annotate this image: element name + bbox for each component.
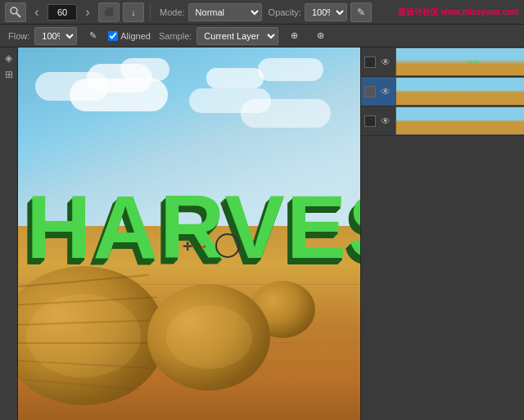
left-icon-2[interactable]: ⊞ xyxy=(2,67,16,82)
sample-select[interactable]: Current Layer xyxy=(196,27,278,45)
separator-1 xyxy=(150,4,151,20)
left-tool-panel: ◈ ⊞ xyxy=(0,47,18,420)
crosshair-icon: ✛ xyxy=(183,240,192,253)
hay-bale-right xyxy=(147,284,270,391)
clone-cursor: ✛ → xyxy=(183,233,242,260)
layer-eye-harvest[interactable]: 👁 xyxy=(379,56,392,69)
cloud-7 xyxy=(241,99,331,128)
brush-size-input[interactable]: 60 xyxy=(47,4,77,20)
layer-visibility-checkbox-bg[interactable] xyxy=(364,115,376,127)
cloud-3 xyxy=(120,58,169,81)
layers-panel: 👁 HAR Harvest_final 👁 Background copy 👁 … xyxy=(360,47,524,420)
opacity-label: Opacity: xyxy=(269,7,301,17)
main-area: ◈ ⊞ HARVEST xyxy=(0,47,524,420)
flow-label: Flow: xyxy=(8,31,29,41)
brush-size-down[interactable]: ‹ xyxy=(29,2,44,22)
layer-item-harvest-final[interactable]: 👁 HAR Harvest_final xyxy=(361,47,524,77)
arrow-icon: → xyxy=(196,239,209,254)
harvest-text: HARVEST xyxy=(26,174,360,278)
mode-select[interactable]: Normal xyxy=(188,3,262,21)
layer-eye-bg-copy[interactable]: 👁 xyxy=(379,85,392,98)
layer-item-background-copy[interactable]: 👁 Background copy xyxy=(361,77,524,106)
second-toolbar: Flow: 100% ✎ Aligned Sample: Current Lay… xyxy=(0,25,524,47)
cloud-8 xyxy=(258,58,323,81)
watermark-text: 思设计社区 www.missyuan.com xyxy=(398,7,519,18)
layer-thumbnail-harvest: HAR xyxy=(395,47,524,76)
flow-icon[interactable]: ✎ xyxy=(82,26,103,46)
layer-thumbnail-bg xyxy=(395,106,524,135)
aligned-checkbox[interactable] xyxy=(108,31,118,41)
flow-select[interactable]: 100% xyxy=(34,27,77,45)
canvas-area[interactable]: HARVEST ✛ → xyxy=(18,47,360,420)
cloud-6 xyxy=(206,68,264,88)
ignore-btn[interactable]: ⊛ xyxy=(309,26,331,46)
svg-point-0 xyxy=(11,7,17,14)
left-icon-1[interactable]: ◈ xyxy=(2,51,16,65)
sample-icon[interactable]: ⊕ xyxy=(283,26,305,46)
opacity-select[interactable]: 100% xyxy=(305,3,347,21)
layer-thumbnail-bg-copy xyxy=(395,77,524,106)
clone-stamp-tool[interactable] xyxy=(5,2,26,22)
clone-pattern-btn[interactable]: ⬛ xyxy=(98,2,120,22)
aligned-text: Aligned xyxy=(120,31,151,41)
layer-visibility-checkbox-harvest[interactable] xyxy=(364,56,376,68)
mode-label: Mode: xyxy=(160,7,185,17)
aligned-checkbox-label[interactable]: Aligned xyxy=(108,31,151,41)
airbrush-btn[interactable]: ✎ xyxy=(350,2,372,22)
layer-visibility-checkbox-bg-copy[interactable] xyxy=(364,86,376,97)
sample-label: Sample: xyxy=(159,31,192,41)
svg-line-1 xyxy=(16,13,20,17)
layer-eye-bg[interactable]: 👁 xyxy=(379,115,392,128)
top-toolbar: ‹ 60 › ⬛ ↓ Mode: Normal Opacity: 100% ✎ … xyxy=(0,0,524,25)
layer-item-background[interactable]: 👁 Background 🔒 xyxy=(361,106,524,136)
save-source-btn[interactable]: ↓ xyxy=(123,2,144,22)
cloud-4 xyxy=(35,72,109,101)
brush-cursor-circle xyxy=(215,233,240,258)
brush-size-up[interactable]: › xyxy=(80,2,95,22)
